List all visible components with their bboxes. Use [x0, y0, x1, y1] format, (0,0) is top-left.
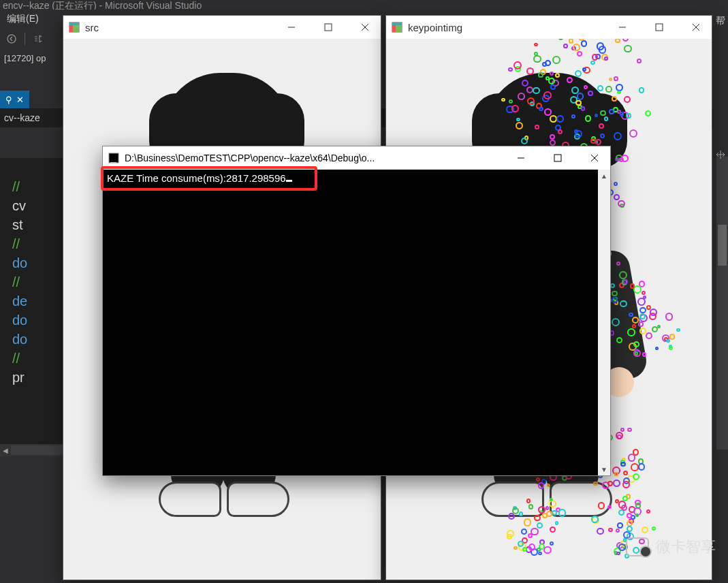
console-cursor	[286, 180, 292, 182]
editor-vscrollbar[interactable]	[716, 157, 728, 450]
keypoint-circle	[547, 484, 550, 487]
minimize-button[interactable]	[276, 16, 307, 39]
code-line: //	[12, 177, 65, 196]
minimize-button[interactable]	[607, 16, 638, 39]
keypoint-circle	[584, 85, 588, 89]
keypoint-circle	[615, 39, 620, 43]
keypoint-circle	[614, 76, 618, 81]
code-line: de	[12, 292, 65, 311]
keypoint-circle	[556, 115, 564, 123]
keypoint-circle	[646, 332, 652, 339]
code-line: st	[12, 215, 65, 234]
menu-help[interactable]: 帮	[716, 15, 725, 27]
code-editor[interactable]: // cv st // do // de do do // pr	[0, 158, 65, 451]
svg-rect-3	[69, 25, 73, 32]
keypoint-circle	[550, 541, 554, 546]
keypoint-circle	[563, 44, 568, 48]
svg-text:_: _	[110, 153, 117, 163]
svg-rect-5	[325, 24, 332, 31]
toolbar-icon[interactable]	[31, 31, 46, 46]
keypoint-circle	[645, 110, 651, 116]
keypoint-circle	[599, 123, 604, 129]
tab-active[interactable]: ⚲ ✕	[0, 91, 29, 108]
maximize-button[interactable]	[313, 16, 344, 39]
nav-back-icon[interactable]	[4, 31, 19, 46]
keypoint-circle	[612, 291, 617, 296]
scroll-down-icon[interactable]: ▼	[598, 463, 610, 475]
code-line: //	[12, 349, 65, 368]
keypoint-circle	[577, 93, 584, 100]
maximize-button[interactable]	[644, 16, 675, 39]
keypoint-circle	[597, 85, 603, 91]
keypoint-circle	[632, 317, 639, 324]
keypoint-circle	[621, 155, 629, 162]
keypoint-circle	[569, 39, 573, 44]
keypoint-circle	[585, 115, 592, 122]
code-line: cv	[12, 196, 65, 215]
keypoint-circle	[629, 129, 637, 138]
keypoint-circle	[612, 318, 620, 326]
keypoint-circle	[637, 59, 642, 63]
keypoint-circle	[637, 298, 646, 306]
svg-rect-10	[656, 24, 663, 31]
scroll-up-icon[interactable]: ▲	[598, 170, 610, 182]
keypoint-circle	[542, 513, 548, 518]
keypoint-circle	[550, 72, 554, 76]
window-src-titlebar[interactable]: src	[63, 16, 381, 39]
console-line: KAZE Time consume(ms):2817.298596	[107, 172, 286, 184]
window-keypoint-titlebar[interactable]: keypointimg	[386, 16, 712, 39]
code-line: do	[12, 311, 65, 330]
vs-title-fragment: encv--kaze (正在运行) - Microsoft Visual Stu…	[0, 0, 728, 10]
keypoint-circle	[508, 67, 512, 72]
keypoint-circle	[552, 56, 560, 63]
window-console-titlebar[interactable]: _ D:\Business\DemoTEST\CPP\opencv--kaze\…	[103, 146, 610, 170]
keypoint-circle	[620, 300, 627, 307]
keypoint-circle	[627, 526, 633, 532]
keypoint-circle	[665, 313, 674, 321]
close-button[interactable]	[579, 146, 610, 170]
svg-point-0	[7, 35, 16, 43]
minimize-button[interactable]	[505, 146, 537, 170]
keypoint-circle	[616, 529, 620, 533]
keypoint-circle	[629, 313, 633, 317]
keypoint-circle	[622, 39, 629, 42]
keypoint-circle	[593, 482, 598, 486]
menu-edit[interactable]: 编辑(E)	[7, 13, 39, 25]
wechat-icon	[626, 537, 649, 556]
keypoint-circle	[616, 262, 620, 266]
keypoint-circle	[635, 351, 638, 355]
keypoint-circle	[511, 105, 518, 112]
keypoint-circle	[558, 509, 566, 516]
keypoint-circle	[591, 516, 599, 523]
keypoint-circle	[638, 463, 645, 470]
svg-rect-4	[73, 25, 79, 32]
scroll-left-icon[interactable]: ◀	[0, 445, 11, 456]
console-icon: _	[108, 153, 119, 163]
keypoint-circle	[639, 328, 646, 334]
close-button[interactable]	[349, 16, 381, 39]
console-output[interactable]: KAZE Time consume(ms):2817.298596	[103, 170, 598, 475]
editor-hscrollbar[interactable]: ◀	[0, 444, 63, 456]
tab-close-icon[interactable]: ✕	[16, 95, 24, 105]
keypoint-circle	[512, 507, 519, 514]
keypoint-circle	[533, 87, 540, 95]
scroll-track[interactable]	[11, 445, 63, 455]
keypoint-circle	[581, 106, 586, 111]
keypoint-circle	[612, 297, 618, 303]
code-line: //	[12, 234, 65, 253]
keypoint-circle	[571, 114, 575, 118]
keypoint-circle	[542, 62, 547, 67]
console-vscrollbar[interactable]: ▲ ▼	[598, 170, 610, 475]
keypoint-circle	[652, 526, 656, 531]
keypoint-circle	[669, 346, 673, 350]
split-icon[interactable]	[713, 147, 728, 162]
svg-rect-13	[554, 155, 561, 161]
tab-pin-icon[interactable]: ⚲	[5, 95, 12, 105]
maximize-button[interactable]	[542, 146, 573, 170]
window-src-title: src	[85, 22, 270, 33]
scroll-track[interactable]	[598, 182, 610, 463]
keypoint-circle	[616, 552, 620, 555]
scroll-thumb[interactable]	[718, 225, 727, 266]
keypoint-circle	[628, 454, 635, 461]
close-button[interactable]	[680, 16, 712, 39]
